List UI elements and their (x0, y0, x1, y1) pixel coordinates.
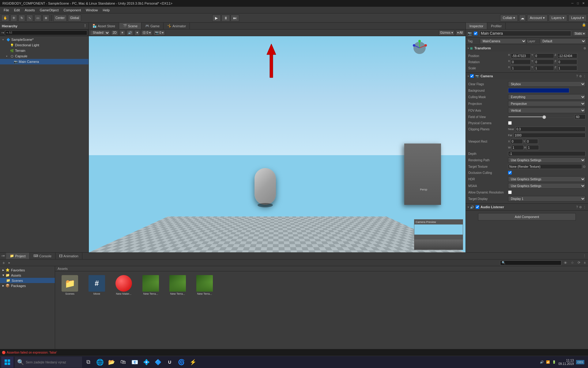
tab-game[interactable]: 🎮 Game (141, 23, 164, 29)
vp-x-input[interactable] (511, 139, 523, 144)
position-y-input[interactable] (534, 53, 554, 58)
pause-button[interactable]: ⏸ (221, 15, 230, 21)
asset-terrain-2[interactable]: New Terra... (165, 274, 190, 297)
step-button[interactable]: ⏭ (231, 15, 239, 21)
tree-item-dirlight[interactable]: 💡 Directional Light (0, 42, 89, 48)
rotate-tool-button[interactable]: ↻ (18, 15, 25, 21)
project-favorites[interactable]: ▸ ⭐ Favorites (0, 267, 55, 273)
scene-view[interactable]: Persp Camera Preview (89, 36, 466, 252)
projection-select[interactable]: Perspective (508, 101, 586, 106)
hand-tool-button[interactable]: ✋ (1, 15, 9, 21)
menu-window[interactable]: Window (83, 8, 100, 13)
position-z-input[interactable] (557, 53, 577, 58)
target-texture-pick-icon[interactable]: ⊙ (583, 165, 586, 169)
star-icon[interactable]: ☆ (570, 261, 575, 265)
ces-badge[interactable]: CES (576, 360, 584, 364)
fov-axis-select[interactable]: Vertical (508, 108, 586, 113)
msaa-select[interactable]: Use Graphics Settings (508, 183, 586, 189)
taskbar-app1[interactable]: 📧 (129, 357, 140, 368)
background-color-swatch[interactable] (508, 88, 569, 93)
project-scenes[interactable]: 📁 Scenes (0, 278, 55, 283)
hdr-select[interactable]: Use Graphics Settings (508, 176, 586, 182)
audio-listener-header[interactable]: ▾ 🔊 Audio Listener ? ⚙ ⋮ (466, 204, 588, 210)
taskbar-edge[interactable]: 🌐 (94, 357, 105, 368)
audio-listener-checkbox[interactable] (476, 205, 479, 209)
rendering-path-select[interactable]: Use Graphics Settings (508, 157, 586, 163)
rect-tool-button[interactable]: ▭ (34, 15, 41, 21)
taskbar-store[interactable]: 🛍 (118, 357, 129, 368)
audio-button[interactable]: 🔊 (126, 30, 133, 36)
taskbar-app5[interactable]: 🌀 (176, 357, 187, 368)
asset-terrain-1[interactable]: New Terra... (138, 274, 163, 297)
project-search-input[interactable] (500, 260, 561, 265)
cloud-button[interactable]: ☁ (519, 15, 526, 21)
menu-help[interactable]: Help (100, 8, 112, 13)
pivot-button[interactable]: Center (53, 15, 67, 21)
far-input[interactable] (514, 133, 586, 138)
network-icon[interactable]: 📶 (546, 360, 550, 364)
taskbar-app3[interactable]: 🔷 (153, 357, 164, 368)
project-assets-item[interactable]: ▾ 📁 Assets (0, 273, 55, 278)
tab-animation[interactable]: 🎞 Animation (55, 253, 82, 259)
tab-inspector[interactable]: Inspector (466, 23, 487, 29)
rotation-y-input[interactable] (534, 59, 554, 64)
eye-icon[interactable]: 👁 (563, 261, 568, 265)
tab-project[interactable]: 📁 Project (6, 253, 29, 259)
taskbar-app6[interactable]: ⚡ (187, 357, 198, 368)
menu-assets[interactable]: Assets (22, 8, 37, 13)
target-texture-input[interactable] (508, 164, 582, 169)
clear-flags-select[interactable]: Skybox (508, 81, 586, 87)
refresh-icon[interactable]: ⟳ (576, 261, 582, 265)
menu-edit[interactable]: Edit (12, 8, 22, 13)
fx-button[interactable]: ✦ (134, 30, 140, 36)
tab-scene[interactable]: 🎬 Scene (119, 23, 141, 29)
vp-y-input[interactable] (526, 139, 538, 144)
tab-animator[interactable]: 🤸 Animator (164, 23, 190, 29)
move-tool-button[interactable]: ✛ (10, 15, 17, 21)
taskbar-explorer[interactable]: 📂 (106, 357, 117, 368)
gizmos-button[interactable]: Gizmos ▾ (439, 30, 454, 36)
go-name-input[interactable] (479, 31, 571, 36)
status-error[interactable]: 🔴 Assertion failed on expression: 'false… (2, 351, 57, 354)
scene-gizmo[interactable] (410, 39, 429, 57)
hierarchy-menu-icon[interactable]: ⋮ (83, 24, 87, 28)
collab-button[interactable]: Collab ▾ (500, 15, 518, 21)
taskbar-task-view[interactable]: ⧉ (83, 357, 94, 368)
tag-select[interactable]: MainCamera (480, 38, 526, 44)
play-button[interactable]: ▶ (212, 15, 221, 21)
rotation-x-input[interactable] (511, 59, 531, 64)
fov-slider-thumb[interactable] (542, 115, 546, 119)
space-button[interactable]: Global (68, 15, 81, 21)
camera-header[interactable]: ▾ 📷 Camera ? ⚙ ⋮ (466, 73, 588, 79)
scale-y-input[interactable] (534, 66, 554, 71)
volume-icon[interactable]: 🔊 (540, 360, 544, 364)
taskbar-search-text[interactable]: Sem zadejte hledaný výraz (26, 360, 66, 364)
fov-slider[interactable] (508, 116, 574, 117)
taskbar-unity[interactable]: U (164, 357, 175, 368)
lighting-button[interactable]: ☀ (119, 30, 125, 36)
dynamic-res-checkbox[interactable] (508, 190, 512, 194)
tree-item-maincamera[interactable]: 📷 Main Camera (0, 59, 89, 64)
audio-settings-icon[interactable]: ⚙ (579, 205, 582, 209)
project-packages[interactable]: ▸ 📦 Packages (0, 283, 55, 288)
rotation-z-input[interactable] (557, 59, 577, 64)
physical-camera-checkbox[interactable] (508, 121, 512, 125)
inspector-lock-icon[interactable]: 🔒 (580, 23, 588, 29)
occlusion-checkbox[interactable] (508, 171, 512, 174)
menu-gameobject[interactable]: GameObject (37, 8, 61, 13)
culling-mask-select[interactable]: Everything (508, 94, 586, 100)
camera-help-icon[interactable]: ? (576, 75, 578, 78)
vp-h-input[interactable] (527, 145, 539, 150)
depth-input[interactable] (508, 151, 586, 156)
camera-active-checkbox[interactable] (470, 74, 474, 78)
audio-help-icon[interactable]: ? (576, 205, 578, 209)
2d-button[interactable]: 2D (111, 30, 118, 36)
bottom-arrow-icon[interactable]: ▸ (7, 261, 11, 264)
go-static-button[interactable]: Static ▾ (573, 31, 586, 36)
tree-item-samplescene[interactable]: ▾ 🔷 SampleScene* (0, 37, 89, 42)
scale-tool-button[interactable]: ⤡ (26, 15, 33, 21)
asset-terrain-3[interactable]: New Terra... (192, 274, 217, 297)
tab-asset-store[interactable]: 🏪 Asset Store (89, 23, 119, 29)
transform-header[interactable]: ▾ ⊞ Transform ⚙ (466, 45, 588, 52)
taskbar-search[interactable]: 🔍 Sem zadejte hledaný výraz (15, 357, 82, 368)
